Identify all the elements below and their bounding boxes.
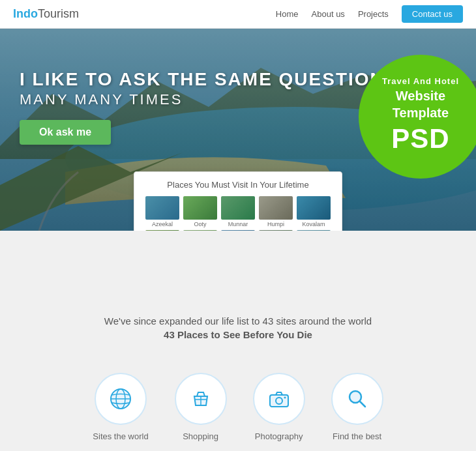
- logo-bold: Indo: [13, 7, 38, 21]
- mid-text-main: We've since expanded our life list to 43…: [13, 315, 463, 327]
- place-thumb-punaloor: [297, 230, 331, 231]
- place-label-azeekal: Azeekal: [145, 221, 180, 227]
- place-thumb-azeekal: [145, 196, 179, 220]
- nav-about-link[interactable]: About us: [312, 9, 345, 19]
- nav-home-link[interactable]: Home: [276, 9, 299, 19]
- place-thumb-beach: [221, 230, 255, 231]
- feature-photography[interactable]: Photography: [253, 373, 305, 441]
- places-card: Places You Must Visit In Your Lifetime A…: [134, 171, 342, 231]
- mid-text-sub: 43 Places to See Before You Die: [13, 329, 463, 340]
- place-label-munnar1: Munnar: [220, 221, 256, 227]
- camera-icon: [267, 387, 291, 411]
- place-thumb-humpi: [259, 196, 293, 220]
- features-section: Sites the world Shopping Photography: [0, 353, 476, 451]
- list-item[interactable]: Beach: [220, 230, 256, 231]
- list-item[interactable]: Kovalam: [296, 196, 331, 227]
- feature-search-label: Find the best: [333, 431, 381, 441]
- search-icon-circle: [331, 373, 383, 425]
- search-icon: [346, 387, 369, 411]
- places-grid: Azeekal Ooty Munnar Humpi Kovalam Kutt: [145, 196, 331, 231]
- list-item[interactable]: Punaloor: [296, 230, 331, 231]
- badge-line4: PSD: [382, 121, 459, 157]
- list-item[interactable]: Munnar: [220, 196, 256, 227]
- mid-section: We've since expanded our life list to 43…: [0, 296, 476, 353]
- list-item[interactable]: Thenmala: [183, 230, 218, 231]
- nav-projects-link[interactable]: Projects: [358, 9, 389, 19]
- hero-subtitle: MANY MANY TIMES: [20, 91, 385, 108]
- list-item[interactable]: Humpi: [258, 196, 293, 227]
- list-item[interactable]: Kuttanad: [145, 230, 180, 231]
- feature-photo-label: Photography: [255, 431, 303, 441]
- place-thumb-thenmala: [183, 230, 217, 231]
- places-card-title: Places You Must Visit In Your Lifetime: [145, 180, 331, 190]
- place-thumb-kovalam: [297, 196, 331, 220]
- logo: Indo Tourism: [13, 7, 79, 21]
- place-thumb-kuttanad: [145, 230, 179, 231]
- hero-content: I LIKE TO ASK THE SAME QUESTION MANY MAN…: [20, 68, 385, 145]
- place-label-ooty: Ooty: [183, 221, 218, 227]
- globe-icon: [109, 387, 132, 411]
- nav: Home About us Projects Contact us: [276, 5, 463, 23]
- list-item[interactable]: Munnar: [258, 230, 293, 231]
- badge-circle: Travel And Hotel Website Template PSD: [359, 55, 476, 179]
- feature-shopping-label: Shopping: [183, 431, 218, 441]
- ask-button[interactable]: Ok ask me: [20, 120, 111, 145]
- camera-icon-circle: [253, 373, 305, 425]
- header: Indo Tourism Home About us Projects Cont…: [0, 0, 476, 29]
- basket-icon-circle: [175, 373, 227, 425]
- feature-sites[interactable]: Sites the world: [93, 373, 148, 441]
- feature-search[interactable]: Find the best: [331, 373, 383, 441]
- globe-icon-circle: [95, 373, 147, 425]
- svg-point-12: [284, 397, 286, 399]
- contact-button[interactable]: Contact us: [402, 5, 463, 23]
- place-thumb-ooty: [183, 196, 217, 220]
- badge-line1: Travel And Hotel: [382, 76, 459, 87]
- hero-section: I LIKE TO ASK THE SAME QUESTION MANY MAN…: [0, 29, 476, 231]
- list-item[interactable]: Azeekal: [145, 196, 180, 227]
- svg-line-14: [360, 401, 365, 407]
- feature-shopping[interactable]: Shopping: [175, 373, 227, 441]
- place-label-humpi: Humpi: [258, 221, 293, 227]
- svg-rect-10: [270, 395, 288, 407]
- list-item[interactable]: Ooty: [183, 196, 218, 227]
- place-thumb-munnar1: [221, 196, 255, 220]
- place-label-kovalam: Kovalam: [296, 221, 331, 227]
- hero-title: I LIKE TO ASK THE SAME QUESTION: [20, 68, 385, 91]
- logo-rest: Tourism: [38, 7, 79, 21]
- badge-line3: Template: [382, 104, 459, 121]
- place-thumb-munnar2: [259, 230, 293, 231]
- badge-line2: Website: [382, 87, 459, 104]
- basket-icon: [189, 387, 213, 411]
- feature-sites-label: Sites the world: [93, 431, 148, 441]
